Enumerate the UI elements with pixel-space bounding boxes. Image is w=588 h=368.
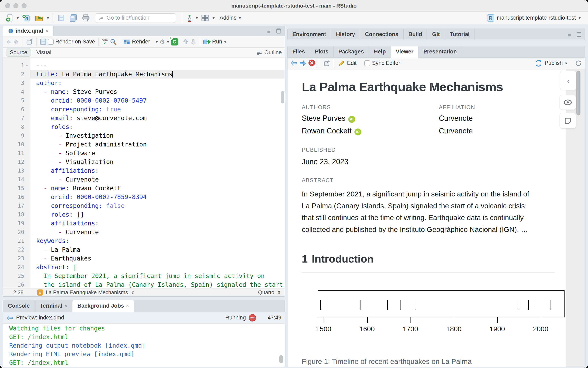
- code-line[interactable]: 16 orcid: 0000-0002-7859-8394: [3, 193, 285, 201]
- fold-caret-icon[interactable]: ▾: [26, 61, 28, 70]
- tab-packages[interactable]: Packages: [334, 46, 369, 57]
- panes-layout-caret-icon[interactable]: ▾: [213, 16, 215, 20]
- new-file-icon[interactable]: [4, 13, 14, 23]
- tab-close-icon[interactable]: ×: [45, 28, 48, 34]
- save-all-icon[interactable]: [68, 13, 79, 23]
- tab-tutorial[interactable]: Tutorial: [445, 29, 475, 40]
- maximize-pane-icon[interactable]: [576, 31, 582, 37]
- insert-chunk-icon[interactable]: C+: [171, 38, 178, 46]
- open-file-icon[interactable]: [33, 13, 45, 23]
- popout-icon[interactable]: [26, 38, 33, 45]
- tab-index-qmd[interactable]: index.qmd ×: [3, 26, 54, 36]
- code-line[interactable]: 7 email: steve@curvenote.com: [3, 114, 285, 122]
- refresh-icon[interactable]: [575, 60, 582, 67]
- version-control-icon[interactable]: [186, 13, 193, 23]
- code-line[interactable]: 15 - name: Rowan Cockett: [3, 184, 285, 193]
- preview-mode-button[interactable]: [560, 95, 576, 110]
- annotation-button[interactable]: [560, 113, 576, 129]
- panes-layout-icon[interactable]: [200, 13, 210, 23]
- code-line[interactable]: 19 affiliations:: [3, 219, 285, 228]
- search-icon[interactable]: [110, 38, 117, 45]
- minimize-pane-icon[interactable]: [267, 28, 273, 34]
- code-line[interactable]: 18 roles: []: [3, 210, 285, 219]
- publish-caret-icon[interactable]: ▾: [565, 61, 567, 66]
- tab-presentation[interactable]: Presentation: [418, 46, 462, 57]
- viewer-scrollbar-thumb[interactable]: [576, 71, 580, 115]
- code-line[interactable]: 14 - Curvenote: [3, 175, 285, 184]
- console-scrollbar-thumb[interactable]: [279, 355, 283, 363]
- tab-console[interactable]: Console: [3, 300, 35, 312]
- new-project-icon[interactable]: R: [21, 13, 31, 23]
- code-line[interactable]: 23 - Earthquakes: [3, 254, 285, 263]
- code-line[interactable]: 24abstract: |: [3, 263, 285, 272]
- collapse-panel-button[interactable]: ‹: [560, 71, 576, 90]
- tab-environment[interactable]: Environment: [287, 29, 331, 40]
- code-line[interactable]: 25 In September 2021, a significant jump…: [3, 272, 285, 280]
- tab-viewer[interactable]: Viewer: [391, 46, 419, 57]
- document-outline-chip[interactable]: La Palma Earthquake Mechanisms: [46, 289, 128, 295]
- code-line[interactable]: 22 - La Palma: [3, 245, 285, 254]
- code-line[interactable]: 12 - Visualization: [3, 157, 285, 166]
- chevron-up-icon[interactable]: [183, 38, 189, 45]
- code-line[interactable]: 10 - Project administration: [3, 140, 285, 149]
- settings-caret-icon[interactable]: ▾: [167, 39, 169, 44]
- code-line[interactable]: 21keywords:: [3, 236, 285, 245]
- render-button[interactable]: Render: [132, 38, 150, 45]
- spellcheck-icon[interactable]: ABC✓: [102, 38, 108, 45]
- render-caret-icon[interactable]: ▾: [156, 39, 158, 44]
- sync-editor-checkbox[interactable]: [364, 60, 370, 66]
- code-line[interactable]: 13 affiliations:: [3, 166, 285, 175]
- code-line[interactable]: 4 - name: Steve Purves: [3, 87, 285, 96]
- tab-close-icon[interactable]: ×: [126, 303, 129, 309]
- addins-menu[interactable]: Addins: [220, 15, 237, 21]
- code-line[interactable]: 1▾---: [3, 61, 285, 70]
- new-file-caret-icon[interactable]: ▾: [17, 16, 19, 20]
- code-line[interactable]: 3author:: [3, 79, 285, 87]
- code-line[interactable]: 9 - Investigation: [3, 131, 285, 140]
- viewer-popout-icon[interactable]: [324, 60, 331, 66]
- tab-plots[interactable]: Plots: [310, 46, 334, 57]
- tab-terminal[interactable]: Terminal×: [35, 300, 73, 312]
- orcid-icon[interactable]: iD: [354, 129, 361, 136]
- project-menu[interactable]: R manuscript-template-rstudio-test ▾: [487, 14, 581, 22]
- job-back-icon[interactable]: [6, 315, 13, 321]
- orcid-icon[interactable]: iD: [348, 116, 355, 123]
- code-line[interactable]: 11 - Software: [3, 149, 285, 157]
- outline-button[interactable]: Outline: [257, 49, 282, 56]
- code-line[interactable]: 5 orcid: 0000-0002-0760-5497: [3, 96, 285, 105]
- code-line[interactable]: 2title: La Palma Earthquake Mechanisms: [3, 70, 285, 79]
- code-line[interactable]: 26 the island of La Palma (Canary Island…: [3, 280, 285, 288]
- source-toggle[interactable]: Source: [6, 48, 31, 56]
- tab-history[interactable]: History: [331, 29, 360, 40]
- viewer-forward-icon[interactable]: [299, 60, 306, 66]
- settings-gear-icon[interactable]: ⚙: [160, 38, 165, 45]
- code-line[interactable]: 20 - Curvenote: [3, 228, 285, 236]
- tab-connections[interactable]: Connections: [360, 29, 404, 40]
- tab-git[interactable]: Git: [427, 29, 445, 40]
- edit-pencil-icon[interactable]: [338, 60, 345, 67]
- code-line[interactable]: 17 corresponding: false: [3, 201, 285, 210]
- tab-build[interactable]: Build: [404, 29, 427, 40]
- minimize-pane-icon[interactable]: [567, 32, 573, 37]
- stop-icon[interactable]: STOP: [249, 314, 256, 322]
- chevron-down-icon[interactable]: [190, 38, 196, 45]
- tab-background-jobs[interactable]: Background Jobs×: [73, 300, 134, 312]
- editor-scrollbar-thumb[interactable]: [281, 91, 284, 103]
- tab-files[interactable]: Files: [287, 46, 310, 57]
- code-line[interactable]: 8 roles:: [3, 122, 285, 131]
- tab-help[interactable]: Help: [369, 46, 391, 57]
- addins-caret-icon[interactable]: ▾: [239, 16, 241, 20]
- code-line[interactable]: 6 corresponding: true: [3, 105, 285, 114]
- maximize-pane-icon[interactable]: [276, 28, 281, 34]
- language-mode[interactable]: Quarto ⇕: [254, 289, 285, 295]
- print-icon[interactable]: [81, 13, 91, 23]
- publish-button[interactable]: Publish: [544, 60, 563, 66]
- save-icon[interactable]: [40, 38, 46, 45]
- clear-viewer-button[interactable]: [308, 59, 316, 67]
- goto-file-input[interactable]: [106, 14, 174, 22]
- forward-icon[interactable]: [13, 39, 19, 45]
- visual-toggle[interactable]: Visual: [37, 49, 51, 56]
- viewer-back-icon[interactable]: [290, 60, 297, 66]
- run-caret-icon[interactable]: ▾: [224, 39, 226, 44]
- open-file-caret-icon[interactable]: ▾: [47, 16, 49, 20]
